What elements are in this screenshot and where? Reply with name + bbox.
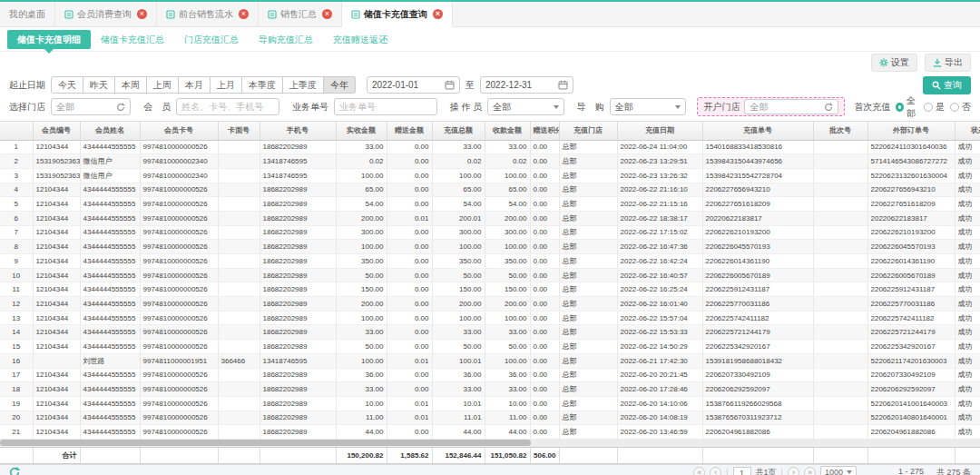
table-row[interactable]: 7121043444344444555555997481000000052618… bbox=[0, 225, 980, 240]
table-row[interactable]: 2112104344434444455555599748100000005261… bbox=[0, 425, 980, 439]
column-header[interactable]: 状态 bbox=[955, 122, 980, 140]
quick-range-button[interactable]: 今天 bbox=[51, 76, 83, 94]
window-tab-2[interactable]: 会员消费查询× bbox=[55, 2, 157, 26]
table-cell: 18682202989 bbox=[260, 268, 336, 282]
table-cell: 9974810000000526 bbox=[140, 240, 218, 254]
quick-range-button[interactable]: 上周 bbox=[147, 76, 179, 94]
table-cell: 300.00 bbox=[336, 225, 387, 240]
member-search-input[interactable] bbox=[181, 102, 274, 112]
member-search-field[interactable] bbox=[176, 98, 279, 115]
column-header[interactable]: 会员卡号 bbox=[140, 122, 218, 140]
table-row[interactable]: 1512104344434444455555599748100000005261… bbox=[0, 340, 980, 354]
table-cell: 4344444555555 bbox=[80, 297, 140, 312]
column-header[interactable]: 充值日期 bbox=[617, 122, 702, 140]
refresh-icon[interactable] bbox=[9, 467, 20, 475]
column-header[interactable]: 充值单号 bbox=[702, 122, 813, 140]
module-tab-4[interactable]: 导购充值汇总 bbox=[249, 30, 323, 49]
quick-range-button[interactable]: 本周 bbox=[115, 76, 147, 94]
module-tab-2[interactable]: 储值卡充值汇总 bbox=[91, 30, 174, 49]
quick-range-button[interactable]: 上月 bbox=[211, 76, 242, 94]
search-button[interactable]: 查询 bbox=[923, 76, 971, 94]
table-row[interactable]: 1412104344434444455555599748100000005261… bbox=[0, 325, 980, 340]
table-row[interactable]: 1912104344434444455555599748100000005261… bbox=[0, 396, 980, 411]
column-header[interactable]: 外部订单号 bbox=[867, 122, 955, 140]
close-icon[interactable]: × bbox=[239, 9, 249, 19]
table-row[interactable]: 16刘世路99748110000019513664661341874659510… bbox=[0, 353, 980, 368]
table-row[interactable]: 5121043444344444555555997481000000052618… bbox=[0, 197, 980, 212]
column-header[interactable]: 会员编号 bbox=[33, 122, 80, 140]
date-to-input[interactable]: 2022-12-31 bbox=[480, 76, 573, 94]
quick-range-button[interactable]: 昨天 bbox=[83, 76, 115, 94]
first-recharge-option-全部[interactable]: 全部 bbox=[896, 94, 918, 120]
window-tab-3[interactable]: 前台销售流水× bbox=[157, 2, 259, 26]
table-row[interactable]: 1812104344434444455555599748100000005261… bbox=[0, 382, 980, 397]
quick-range-button[interactable]: 上季度 bbox=[283, 76, 324, 94]
table-cell: 0.00 bbox=[530, 282, 559, 297]
table-row[interactable]: 8121043444344444555555997481000000052618… bbox=[0, 240, 980, 254]
table-cell: 2206226014361190 bbox=[867, 254, 955, 269]
column-header[interactable]: 卡面号 bbox=[218, 122, 260, 140]
biz-order-field[interactable] bbox=[334, 98, 437, 115]
close-icon[interactable]: × bbox=[322, 9, 332, 19]
table-row[interactable]: 1121043444344444555555997481000000052618… bbox=[0, 140, 980, 154]
table-cell: 2206225742411182 bbox=[702, 311, 813, 325]
horizontal-scrollbar-thumb[interactable] bbox=[0, 440, 531, 446]
export-button[interactable]: 导出 bbox=[925, 54, 971, 72]
close-icon[interactable]: × bbox=[433, 9, 443, 19]
column-header[interactable]: 实收金额 bbox=[336, 122, 387, 140]
settings-button[interactable]: 设置 bbox=[871, 54, 917, 72]
table-row[interactable]: 1212104344434444455555599748100000005261… bbox=[0, 297, 980, 312]
first-recharge-option-是[interactable]: 是 bbox=[924, 101, 945, 114]
horizontal-scrollbar[interactable] bbox=[0, 439, 980, 447]
column-header[interactable] bbox=[0, 122, 33, 140]
column-header[interactable]: 充值门店 bbox=[559, 122, 617, 140]
table-cell: 100.01 bbox=[432, 353, 485, 368]
open-store-select[interactable]: 全部 bbox=[744, 99, 838, 114]
page-number-input[interactable]: 1 bbox=[733, 467, 751, 475]
table-cell: 200.00 bbox=[336, 297, 387, 312]
table-cell bbox=[813, 311, 867, 325]
table-row[interactable]: 1112104344434444455555599748100000005261… bbox=[0, 282, 980, 297]
quick-range-button[interactable]: 本季度 bbox=[242, 76, 283, 94]
window-tab-5[interactable]: 储值卡充值查询× bbox=[342, 2, 453, 27]
window-tab-1[interactable]: 我的桌面 bbox=[0, 2, 55, 26]
table-cell: 350.00 bbox=[432, 254, 485, 269]
date-from-input[interactable]: 2022-01-01 bbox=[367, 76, 460, 94]
column-header[interactable]: 充值总额 bbox=[432, 122, 485, 140]
store-select[interactable]: 全部 bbox=[51, 98, 131, 115]
table-cell: 65.00 bbox=[432, 183, 485, 197]
module-tab-5[interactable]: 充值赠送返还 bbox=[323, 30, 397, 49]
guide-select[interactable]: 全部 bbox=[610, 98, 687, 115]
operator-select[interactable]: 全部 bbox=[487, 98, 564, 115]
table-row[interactable]: 315319052363051微信用户997481000000234013418… bbox=[0, 168, 980, 183]
close-icon[interactable]: × bbox=[137, 9, 147, 19]
page-size-select[interactable]: 1000 bbox=[820, 466, 857, 475]
next-page-button[interactable]: › bbox=[788, 467, 799, 475]
first-recharge-option-否[interactable]: 否 bbox=[950, 101, 971, 114]
member-label: 会 员 bbox=[143, 101, 171, 114]
table-row[interactable]: 6121043444344444555555997481000000052618… bbox=[0, 211, 980, 225]
column-header[interactable]: 会员姓名 bbox=[80, 122, 140, 140]
quick-range-button[interactable]: 今年 bbox=[324, 76, 356, 94]
column-header[interactable]: 赠送积分 bbox=[530, 122, 559, 140]
column-header[interactable]: 赠送金额 bbox=[387, 122, 432, 140]
module-tab-3[interactable]: 门店充值汇总 bbox=[174, 30, 249, 49]
first-page-button[interactable]: « bbox=[693, 467, 705, 475]
prev-page-button[interactable]: ‹ bbox=[710, 467, 721, 475]
table-row[interactable]: 2012104344434444455555599748100000005261… bbox=[0, 411, 980, 425]
window-tab-4[interactable]: 销售汇总× bbox=[259, 2, 342, 26]
table-row[interactable]: 215319052363051微信用户997481000000234013418… bbox=[0, 154, 980, 169]
table-row[interactable]: 1312104344434444455555599748100000005261… bbox=[0, 311, 980, 325]
table-row[interactable]: 9121043444344444555555997481000000052618… bbox=[0, 254, 980, 269]
table-row[interactable]: 1012104344434444455555599748100000005261… bbox=[0, 268, 980, 282]
module-tab-1[interactable]: 储值卡充值明细 bbox=[7, 30, 91, 49]
last-page-button[interactable]: » bbox=[804, 467, 816, 475]
table-cell bbox=[218, 168, 260, 183]
column-header[interactable]: 批次号 bbox=[813, 122, 867, 140]
column-header[interactable]: 收款金额 bbox=[485, 122, 530, 140]
table-row[interactable]: 1712104344434444455555599748100000005261… bbox=[0, 368, 980, 382]
table-row[interactable]: 4121043444344444555555997481000000052618… bbox=[0, 183, 980, 197]
column-header[interactable]: 手机号 bbox=[260, 122, 336, 140]
biz-order-input[interactable] bbox=[339, 102, 432, 112]
quick-range-button[interactable]: 本月 bbox=[179, 76, 211, 94]
